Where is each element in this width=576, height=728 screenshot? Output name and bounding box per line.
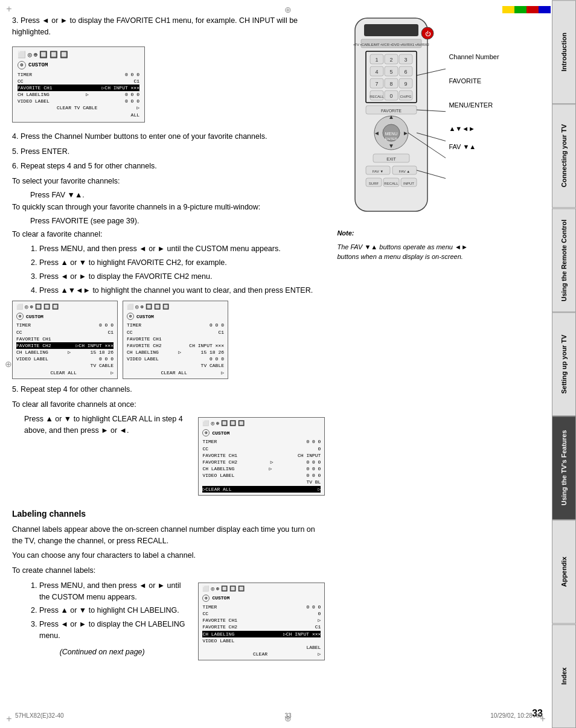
- step3-text: 3. Press ◄ or ► to display the FAVORITE …: [12, 15, 325, 38]
- label-step2: Press ▲ or ▼ to highlight CH LABELING.: [39, 605, 192, 616]
- svg-text:SURF: SURF: [369, 182, 379, 185]
- labeling-p2: You can choose any four characters to la…: [12, 550, 325, 561]
- svg-text:▼: ▼: [388, 142, 394, 149]
- svg-text:FAV ▼: FAV ▼: [373, 170, 384, 173]
- screen-mockup-3: ⬜◎⊕🔲🔲🔲 ⊙ CUSTOM TIMER0 0 0 CC0 FAVORITE …: [198, 417, 325, 496]
- note-title: Note:: [337, 228, 476, 238]
- svg-text:RECALL: RECALL: [385, 182, 399, 185]
- footer-left: 57HLX82(E)32-40: [15, 712, 64, 719]
- svg-text:8: 8: [390, 81, 393, 87]
- callout-favorite: FAVORITE: [449, 75, 499, 88]
- fav-clear-label: To clear a favorite channel:: [12, 229, 325, 240]
- screen-mockup-4: ⬜◎⊕🔲🔲🔲 ⊙ CUSTOM TIMER0 0 0 CC0 FAVORITE …: [198, 583, 325, 661]
- svg-text:9: 9: [405, 81, 408, 87]
- sidebar-tab-remote[interactable]: Using the Remote Control: [552, 208, 576, 312]
- dual-screens: ⬜◎⊕🔲🔲🔲 ⊙ CUSTOM TIMER0 0 0 CCC1 FAVORITE…: [12, 301, 325, 379]
- reg-mark-left: ⊕: [5, 359, 12, 369]
- labeling-create-label: To create channel labels:: [12, 565, 325, 576]
- svg-text:0: 0: [390, 93, 393, 99]
- svg-text:MENU: MENU: [385, 132, 398, 136]
- svg-text:⏻: ⏻: [425, 31, 431, 37]
- fav-scan-label: To quickly scan through your favorite ch…: [12, 202, 325, 213]
- remote-svg: •TV •CABLE/MT •VCR •DVD •AV/RX1 •AV/RX2 …: [337, 15, 446, 220]
- footer-center: 33: [284, 712, 291, 719]
- note-text: The FAV ▼▲ buttons operate as menu ◄► bu…: [337, 242, 476, 262]
- callout-channel-number: Channel Number: [449, 51, 499, 63]
- callout-fav: FAV ▼▲: [449, 141, 499, 153]
- clear-all-label: To clear all favorite channels at once:: [12, 399, 325, 410]
- labeling-p1: Channel labels appear above the on-scree…: [12, 524, 325, 547]
- svg-rect-1: [364, 24, 418, 36]
- right-column: •TV •CABLE/MT •VCR •DVD •AV/RX1 •AV/RX2 …: [337, 15, 546, 664]
- callout-labels: Channel Number FAVORITE MENU/ENTER ▲▼◄► …: [449, 51, 499, 153]
- left-column: 3. Press ◄ or ► to display the FAVORITE …: [12, 15, 325, 664]
- callout-arrows: ▲▼◄►: [449, 123, 499, 135]
- clear-step4: Press ▲▼◄► to highlight the channel you …: [39, 285, 325, 296]
- corner-mark-bl: +: [3, 713, 15, 725]
- remote-diagram-container: •TV •CABLE/MT •VCR •DVD •AV/RX1 •AV/RX2 …: [337, 15, 470, 222]
- clear-step1: Press MENU, and then press ◄ or ► until …: [39, 243, 325, 255]
- step4-text: 4. Press the Channel Number buttons to e…: [12, 131, 325, 142]
- sidebar-tab-index[interactable]: Index: [552, 624, 576, 728]
- fav-select-label: To select your favorite channels:: [12, 176, 325, 187]
- sidebar: Introduction Connecting your TV Using th…: [552, 0, 576, 728]
- screen-mockup-2b: ⬜◎⊕🔲🔲🔲 ⊙ CUSTOM TIMER0 0 0 CCC1 FAVORITE…: [123, 301, 228, 379]
- labeling-steps-row: Press MENU, and then press ◄ or ► until …: [12, 580, 325, 665]
- clear-step5: 5. Repeat step 4 for other channels.: [12, 384, 325, 395]
- svg-text:FAV ▲: FAV ▲: [399, 170, 411, 173]
- sidebar-tab-appendix[interactable]: Appendix: [552, 520, 576, 624]
- svg-text:ENTER: ENTER: [385, 137, 398, 141]
- svg-text:5: 5: [390, 69, 393, 75]
- sidebar-tab-connecting[interactable]: Connecting your TV: [552, 104, 576, 208]
- step5-text: 5. Press ENTER.: [12, 146, 325, 158]
- clear-all-action: Press ▲ or ▼ to highlight CLEAR ALL in s…: [24, 413, 192, 436]
- screen-mockup-2a: ⬜◎⊕🔲🔲🔲 ⊙ CUSTOM TIMER0 0 0 CCC1 FAVORITE…: [12, 301, 118, 379]
- svg-text:FAVORITE: FAVORITE: [381, 109, 402, 113]
- svg-text:1: 1: [376, 57, 379, 63]
- label-step1: Press MENU, and then press ◄ or ► until …: [39, 580, 192, 603]
- svg-text:6: 6: [405, 69, 408, 75]
- svg-text:•TV •CABLE/MT •VCR •DVD •AV/RX: •TV •CABLE/MT •VCR •DVD •AV/RX1 •AV/RX2: [354, 43, 430, 46]
- svg-text:▲: ▲: [388, 113, 394, 120]
- svg-text:CH/PG: CH/PG: [400, 95, 412, 98]
- continued-text: (Continued on next page): [12, 647, 192, 658]
- fav-scan-action: Press FAVORITE (see page 39).: [30, 217, 325, 225]
- screen-icons-row: ⬜ ◎ ⊕ 🔲 🔲 🔲: [18, 51, 139, 59]
- svg-text:EXIT: EXIT: [387, 157, 397, 161]
- screen-mockup-1: ⬜ ◎ ⊕ 🔲 🔲 🔲 ⊙ CUSTOM TIMER0 0 0 CCC1 FAV…: [12, 46, 145, 123]
- labeling-section: Labeling channels Channel labels appear …: [12, 508, 325, 665]
- fav-select-action: Press FAV ▼▲.: [30, 191, 325, 199]
- callout-menu-enter: MENU/ENTER: [449, 100, 499, 112]
- labeling-heading: Labeling channels: [12, 508, 325, 520]
- sidebar-tab-introduction[interactable]: Introduction: [552, 0, 576, 104]
- svg-text:4: 4: [376, 69, 379, 75]
- step6-text: 6. Repeat steps 4 and 5 for other channe…: [12, 161, 325, 172]
- svg-text:RECALL: RECALL: [370, 95, 385, 98]
- main-content: 3. Press ◄ or ► to display the FAVORITE …: [12, 12, 546, 710]
- note-box: Note: The FAV ▼▲ buttons operate as menu…: [337, 228, 476, 262]
- footer-right: 10/29/02, 10:28 AM: [490, 712, 543, 719]
- svg-text:►: ►: [403, 130, 409, 136]
- clear-step2: Press ▲ or ▼ to highlight FAVORITE CH2, …: [39, 257, 325, 269]
- sidebar-tab-setting[interactable]: Setting up your TV: [552, 312, 576, 416]
- label-step3: Press ◄ or ► to display the CH LABELING …: [39, 619, 192, 642]
- clear-step3: Press ◄ or ► to display the FAVORITE CH2…: [39, 271, 325, 283]
- svg-text:◄: ◄: [374, 130, 380, 136]
- svg-text:7: 7: [376, 81, 379, 87]
- svg-text:3: 3: [405, 57, 408, 63]
- svg-text:2: 2: [390, 57, 393, 63]
- clear-all-row: Press ▲ or ▼ to highlight CLEAR ALL in s…: [12, 413, 325, 499]
- svg-text:INPUT: INPUT: [403, 182, 414, 185]
- sidebar-tab-features[interactable]: Using the TV's Features: [552, 416, 576, 520]
